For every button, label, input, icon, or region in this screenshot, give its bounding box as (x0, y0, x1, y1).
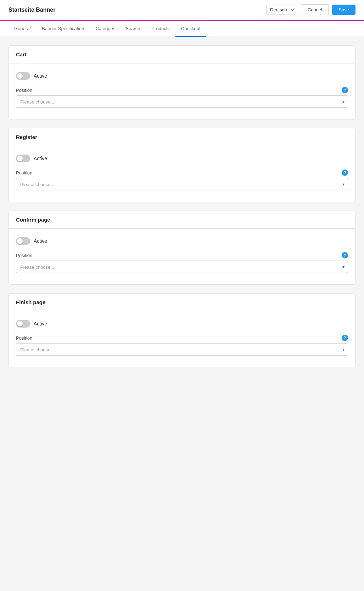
cart-position-help-icon[interactable]: ? (342, 87, 348, 93)
confirm-page-section-title: Confirm page (9, 211, 355, 229)
page-title: Startseite Banner (9, 7, 56, 13)
page-header: Startseite Banner Deutsch English Cancel… (0, 0, 364, 20)
finish-page-section: Finish page Active Position ? (9, 293, 355, 367)
finish-page-section-body: Active Position ? ▾ Please choose ... (9, 311, 355, 367)
cart-section: Cart Active Position ? (9, 45, 355, 119)
register-active-row: Active (16, 155, 348, 162)
register-active-toggle[interactable] (16, 155, 30, 162)
register-position-label-row: Position ? (16, 169, 348, 176)
confirm-page-active-toggle[interactable] (16, 237, 30, 245)
header-actions: Deutsch English Cancel Save (266, 4, 355, 15)
cart-active-row: Active (16, 72, 348, 80)
finish-page-position-label: Position (16, 335, 32, 341)
finish-page-active-toggle[interactable] (16, 320, 30, 328)
main-content: Cart Active Position ? (0, 37, 364, 384)
cart-position-label: Position (16, 88, 32, 93)
confirm-page-position-select-wrapper: ▾ Please choose ... (16, 261, 348, 273)
register-section: Register Active Position ? (9, 128, 355, 202)
tabs-bar: General Banner Specification Category Se… (0, 21, 364, 37)
register-position-select-wrapper: ▾ Please choose ... (16, 178, 348, 190)
cart-position-select[interactable] (16, 95, 348, 108)
cancel-button[interactable]: Cancel (301, 4, 329, 15)
tab-banner-specification[interactable]: Banner Specification (36, 21, 90, 37)
save-button[interactable]: Save (332, 5, 355, 15)
confirm-page-position-help-icon[interactable]: ? (342, 252, 348, 258)
confirm-page-section: Confirm page Active Position ? (9, 211, 355, 285)
language-select[interactable]: Deutsch English (266, 5, 297, 15)
register-active-label: Active (34, 156, 47, 161)
cart-section-title: Cart (9, 46, 355, 63)
confirm-page-position-select[interactable] (16, 261, 348, 273)
tab-checkout[interactable]: Checkout (175, 21, 206, 37)
confirm-page-position-label-row: Position ? (16, 252, 348, 258)
confirm-page-active-label: Active (34, 238, 47, 244)
finish-page-position-select[interactable] (16, 343, 348, 356)
cart-position-field: Position ? ▾ Please choose ... (16, 87, 348, 108)
confirm-page-position-field: Position ? ▾ Please choose ... (16, 252, 348, 273)
register-section-body: Active Position ? ▾ Please choose ... (9, 146, 355, 202)
tab-general[interactable]: General (9, 21, 36, 37)
cart-active-toggle[interactable] (16, 72, 30, 80)
tab-products[interactable]: Products (146, 21, 175, 37)
cart-active-label: Active (34, 73, 47, 79)
finish-page-position-label-row: Position ? (16, 335, 348, 341)
cart-position-label-row: Position ? (16, 87, 348, 93)
confirm-page-active-row: Active (16, 237, 348, 245)
confirm-page-position-label: Position (16, 253, 32, 258)
tab-category[interactable]: Category (90, 21, 120, 37)
register-position-select[interactable] (16, 178, 348, 190)
register-section-title: Register (9, 128, 355, 146)
finish-page-section-title: Finish page (9, 294, 355, 311)
finish-page-active-row: Active (16, 320, 348, 328)
register-position-help-icon[interactable]: ? (342, 169, 348, 176)
cart-position-select-wrapper: ▾ Please choose ... (16, 95, 348, 108)
finish-page-position-select-wrapper: ▾ Please choose ... (16, 343, 348, 356)
register-position-field: Position ? ▾ Please choose ... (16, 169, 348, 190)
confirm-page-section-body: Active Position ? ▾ Please choose ... (9, 229, 355, 284)
finish-page-position-help-icon[interactable]: ? (342, 335, 348, 341)
register-position-label: Position (16, 170, 32, 175)
finish-page-position-field: Position ? ▾ Please choose ... (16, 335, 348, 356)
tab-search[interactable]: Search (120, 21, 146, 37)
finish-page-active-label: Active (34, 321, 47, 327)
cart-section-body: Active Position ? ▾ Please choose ... (9, 63, 355, 119)
